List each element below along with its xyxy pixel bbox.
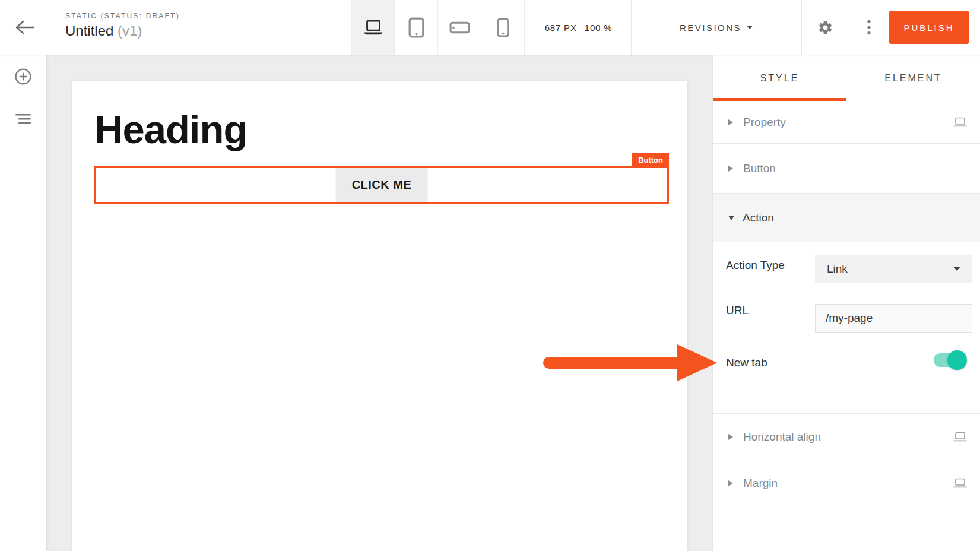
more-options-button[interactable] xyxy=(857,15,881,39)
divider xyxy=(49,0,49,55)
left-toolbar xyxy=(0,55,46,551)
action-type-label: Action Type xyxy=(726,258,785,273)
tree-view-icon xyxy=(15,114,31,124)
device-scope-laptop-icon xyxy=(953,478,967,488)
section-action[interactable]: Action xyxy=(713,194,980,242)
chevron-right-icon xyxy=(728,166,733,172)
document-title: Untitled (v1) xyxy=(65,23,180,39)
page-builder-app: STATIC (STATUS: DRAFT) Untitled (v1) xyxy=(0,0,980,551)
phone-portrait-icon xyxy=(497,18,509,37)
action-type-select[interactable]: Link xyxy=(815,255,972,283)
editor-canvas: Heading Button CLICK ME xyxy=(46,55,712,551)
revisions-dropdown[interactable]: REVISIONS xyxy=(631,0,801,55)
back-button[interactable] xyxy=(12,17,38,37)
selected-button-element[interactable]: Button CLICK ME xyxy=(94,166,669,204)
tablet-icon xyxy=(408,17,424,38)
device-preview-switcher xyxy=(351,0,525,55)
arrow-left-icon xyxy=(15,20,35,35)
gear-icon xyxy=(817,20,833,36)
chevron-down-icon xyxy=(728,216,734,220)
device-scope-laptop-icon xyxy=(953,117,967,127)
device-tablet-button[interactable] xyxy=(395,0,438,55)
chevron-down-icon xyxy=(747,26,753,29)
viewport-info: 687 PX 100 % xyxy=(526,0,631,55)
device-mobile-portrait-button[interactable] xyxy=(481,0,525,55)
tab-style[interactable]: STYLE xyxy=(713,55,846,101)
new-tab-toggle[interactable] xyxy=(934,353,961,367)
kebab-menu-icon xyxy=(867,20,871,35)
viewport-width-value: 687 PX xyxy=(545,23,577,33)
top-toolbar: STATIC (STATUS: DRAFT) Untitled (v1) xyxy=(0,0,980,55)
publish-button[interactable]: PUBLISH xyxy=(889,11,969,44)
document-status: STATIC (STATUS: DRAFT) xyxy=(65,12,180,20)
zoom-level-value: 100 % xyxy=(585,23,613,33)
url-label: URL xyxy=(726,303,749,318)
panel-tabs: STYLE ELEMENT xyxy=(713,55,980,101)
chevron-right-icon xyxy=(728,119,733,125)
section-horizontal-align[interactable]: Horizontal align xyxy=(713,414,980,460)
url-input[interactable]: /my-page xyxy=(815,304,972,332)
device-scope-laptop-icon xyxy=(953,432,967,442)
heading-element[interactable]: Heading xyxy=(94,106,247,152)
divider xyxy=(801,0,802,55)
chevron-right-icon xyxy=(728,480,733,486)
page-outline-button[interactable] xyxy=(0,106,46,132)
document-version: (v1) xyxy=(118,23,142,39)
add-element-button[interactable] xyxy=(0,64,46,90)
toggle-knob xyxy=(947,350,967,370)
chevron-down-icon xyxy=(953,267,960,271)
tab-element[interactable]: ELEMENT xyxy=(846,55,980,101)
document-title-block: STATIC (STATUS: DRAFT) Untitled (v1) xyxy=(65,12,180,39)
selection-tag: Button xyxy=(632,153,669,168)
active-tab-underline xyxy=(713,98,846,101)
device-mobile-landscape-button[interactable] xyxy=(438,0,481,55)
new-tab-label: New tab xyxy=(726,356,767,370)
canvas-button[interactable]: CLICK ME xyxy=(336,168,428,202)
chevron-right-icon xyxy=(728,434,733,440)
section-button[interactable]: Button xyxy=(713,144,980,194)
section-margin[interactable]: Margin xyxy=(713,460,980,506)
device-desktop-button[interactable] xyxy=(351,0,395,55)
phone-landscape-icon xyxy=(449,21,470,34)
settings-button[interactable] xyxy=(813,15,837,39)
laptop-icon xyxy=(362,19,385,36)
action-section-content: Action Type Link URL /my-page New tab xyxy=(713,242,980,414)
plus-circle-icon xyxy=(14,68,32,86)
section-property[interactable]: Property xyxy=(713,101,980,144)
style-panel: STYLE ELEMENT Property Button Action xyxy=(712,55,980,551)
page-preview: Heading Button CLICK ME xyxy=(72,81,687,551)
